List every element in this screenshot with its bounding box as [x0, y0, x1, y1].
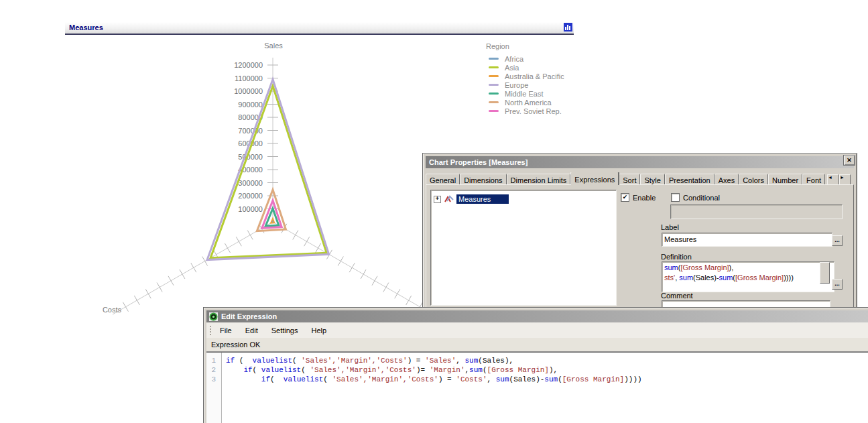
definition-line: sts', sum(Sales)-sum([Gross Margin])))) — [664, 273, 832, 283]
axis-tick-label: 1200000 — [234, 61, 263, 69]
code-segment — [226, 375, 261, 383]
definition-ellipsis-button[interactable]: ... — [832, 279, 843, 290]
label-caption: Label — [661, 223, 679, 231]
axis-tick — [123, 302, 128, 312]
code-segment: (Sales)- — [509, 375, 545, 383]
axis-tick — [236, 237, 241, 246]
code-segment: )= — [416, 366, 430, 374]
code-segment: [Gross Margin] — [680, 263, 729, 271]
code-segment: sum — [496, 375, 509, 383]
code-line[interactable]: 3 if( valuelist( 'Sales','Margin','Costs… — [206, 375, 868, 384]
tab-presentation[interactable]: Presentation — [665, 174, 715, 185]
code-line[interactable]: 1if ( valuelist( 'Sales','Margin','Costs… — [206, 356, 868, 365]
sheet-title: Measures — [69, 23, 103, 32]
code-segment: 'Sales','Margin','Costs' — [310, 366, 416, 374]
tab-style[interactable]: Style — [640, 174, 664, 185]
menu-settings[interactable]: Settings — [265, 326, 305, 335]
legend-item[interactable]: Middle East — [486, 89, 564, 98]
axis-tick — [349, 263, 355, 272]
code-text: if( valuelist( 'Sales','Margin','Costs')… — [226, 365, 558, 375]
tab-number[interactable]: Number — [768, 174, 802, 185]
menu-file[interactable]: File — [213, 326, 239, 335]
tab-expressions[interactable]: Expressions — [570, 172, 619, 185]
definition-caption: Definition — [661, 253, 692, 261]
legend-color-dash — [489, 75, 499, 77]
code-segment: sum — [544, 375, 558, 383]
code-segment: sum — [664, 263, 678, 271]
conditional-expression-field — [670, 204, 843, 219]
code-segment: ( — [323, 375, 332, 383]
legend-item[interactable]: Australia & Pacific — [486, 72, 564, 80]
legend-color-dash — [489, 110, 499, 112]
axis-tick — [406, 296, 412, 305]
tab-dimensions[interactable]: Dimensions — [460, 174, 506, 185]
code-segment: valuelist — [261, 366, 301, 374]
legend-item[interactable]: Prev. Soviet Rep. — [486, 107, 564, 115]
code-segment: )))) — [624, 375, 641, 383]
enable-checkbox[interactable]: ✔ — [621, 193, 629, 202]
code-segment: , — [456, 357, 464, 365]
edit-expression-window: Edit Expression FileEditSettingsHelp Exp… — [203, 307, 868, 423]
tab-axes[interactable]: Axes — [715, 174, 739, 185]
legend-label: Prev. Soviet Rep. — [505, 107, 562, 115]
chart-type-icon[interactable] — [564, 23, 572, 32]
tab-sort[interactable]: Sort — [619, 174, 640, 185]
code-segment: ) = — [408, 357, 425, 365]
conditional-checkbox[interactable] — [671, 193, 680, 202]
sheet-caption-bar[interactable]: Measures — [65, 22, 574, 35]
label-ellipsis-button[interactable]: ... — [832, 235, 843, 246]
axis-tick-label: 200000 — [238, 192, 263, 200]
label-input[interactable]: Measures — [662, 233, 832, 247]
code-segment: (Sales), — [478, 357, 513, 365]
code-segment: 'Sales' — [425, 357, 456, 365]
close-icon[interactable]: ✕ — [843, 155, 855, 166]
enable-label: Enable — [633, 194, 656, 202]
axis-tick — [383, 283, 389, 292]
expression-icon — [444, 195, 454, 203]
legend-item[interactable]: Europe — [486, 80, 564, 89]
code-text: if ( valuelist( 'Sales','Margin','Costs'… — [226, 356, 513, 365]
axis-tick-label: 100000 — [238, 205, 263, 213]
axis-tick — [316, 243, 321, 253]
expressions-tab-panel: + Measures ✔ Enable Conditional Label Me… — [426, 184, 854, 308]
definition-input[interactable]: sum([Gross Margin]),sts', sum(Sales)-sum… — [662, 261, 834, 292]
code-segment: if — [261, 375, 270, 383]
code-segment: 'Sales','Margin','Costs' — [301, 357, 407, 365]
axis-tick — [202, 257, 208, 266]
radar-axis — [273, 222, 433, 314]
code-segment: 'Margin' — [430, 366, 465, 374]
code-segment: , — [487, 375, 496, 383]
axis-tick-label: 300000 — [238, 179, 263, 187]
legend-label: Australia & Pacific — [505, 72, 564, 80]
edit-expression-titlebar[interactable]: Edit Expression — [206, 310, 868, 322]
definition-scrollbar[interactable] — [820, 262, 830, 284]
code-segment: ), — [549, 366, 558, 374]
axis-tick — [134, 296, 139, 305]
legend-color-dash — [489, 58, 499, 60]
axis-tick — [225, 243, 230, 253]
axis-tick — [304, 237, 310, 246]
tab-colors[interactable]: Colors — [739, 174, 768, 185]
tree-item-measures[interactable]: Measures — [456, 194, 509, 204]
tab-font[interactable]: Font — [802, 174, 825, 185]
menu-edit[interactable]: Edit — [239, 326, 265, 335]
code-segment: sum — [465, 357, 479, 365]
code-line[interactable]: 2 if( valuelist( 'Sales','Margin','Costs… — [206, 365, 868, 375]
chart-properties-titlebar[interactable]: Chart Properties [Measures] — [426, 156, 854, 168]
tree-row: + Measures — [434, 194, 616, 204]
legend-color-dash — [489, 84, 499, 86]
axis-tick — [247, 231, 253, 240]
tab-dimension-limits[interactable]: Dimension Limits — [507, 174, 571, 185]
code-segment: ( — [253, 366, 261, 374]
tab-general[interactable]: General — [426, 174, 460, 185]
legend-item[interactable]: North America — [486, 98, 564, 107]
menu-help[interactable]: Help — [304, 326, 333, 335]
legend-label: Europe — [505, 81, 528, 89]
legend-item[interactable]: Africa — [486, 54, 564, 63]
expression-editor[interactable]: 1if ( valuelist( 'Sales','Margin','Costs… — [206, 352, 868, 423]
legend-label: Middle East — [505, 90, 543, 98]
dialog-title: Chart Properties [Measures] — [426, 158, 528, 166]
tree-expand-icon[interactable]: + — [434, 196, 441, 203]
axis-tick-label: 500000 — [238, 153, 263, 161]
legend-item[interactable]: Asia — [486, 63, 564, 72]
